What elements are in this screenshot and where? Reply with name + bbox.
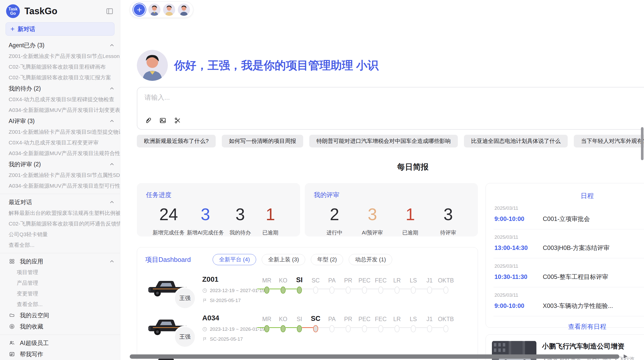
flag-icon — [202, 298, 207, 303]
stat-label: 已逾期 — [256, 229, 284, 236]
sidebar-section-header[interactable]: 最近对话 — [0, 197, 120, 208]
milestone-label: J1 — [421, 313, 438, 324]
scroll-right-arrow[interactable] — [624, 354, 627, 358]
project-row[interactable]: 王强Z0012023-12-19 ~ 2027-01-19SI-2025-05-… — [145, 275, 470, 304]
collapse-sidebar-icon[interactable] — [105, 7, 114, 16]
schedule-name: C003|H0B-方案冻结评审 — [543, 244, 644, 252]
stat: 2进行中 — [320, 205, 348, 236]
sidebar-item-star[interactable]: 我的收藏 — [0, 321, 120, 332]
sidebar-recent-item[interactable]: 公司Q3轻卡销量 — [0, 229, 120, 240]
schedule-item-row: 9:00-10:00C001-立项审批会加入 — [494, 215, 644, 223]
sidebar-app-item[interactable]: 项目管理 — [0, 267, 120, 278]
sidebar-chat-item[interactable]: Z001-全新燃油轻卡产品开发项目SI节点属性5D文件评审 — [0, 170, 120, 181]
sidebar-item-cloud-space[interactable]: 我的云空间 — [0, 310, 120, 321]
suggestion-chip[interactable]: 特朗普可能对进口汽车增税会对中国车企造成哪些影响 — [309, 135, 458, 147]
stat-value: 24 — [153, 205, 185, 223]
view-all-schedule-link[interactable]: 查看所有日程 — [493, 322, 644, 331]
chat-input[interactable] — [144, 93, 644, 110]
horizontal-scrollbar[interactable] — [130, 354, 619, 359]
milestone-node — [264, 287, 269, 294]
sidebar-chat-item[interactable]: A034-全新新能源MUV产品开发项目法规符合性评审 — [0, 148, 120, 159]
conversation-avatar-3[interactable] — [178, 4, 190, 16]
schedule-date: 2025/03/11 — [494, 205, 644, 211]
suggestion-chips: 欧洲新规最近颁布了什么?如何写一份清晰的项目周报特朗普可能对进口汽车增税会对中国… — [137, 135, 644, 147]
new-chat-button[interactable]: + 新对话 — [6, 22, 114, 36]
project-code: A034 — [202, 314, 259, 322]
owner-badge: 王强 — [174, 326, 196, 348]
sidebar-recent: 最近对话解释最新出台的欧盟报废车法规再生塑料比例被调至15%...C02-飞腾新… — [0, 197, 120, 250]
milestone-node — [281, 287, 286, 294]
stat: 1已逾期 — [256, 205, 284, 236]
attachment-icon[interactable] — [144, 116, 152, 125]
conversation-avatar-2[interactable] — [163, 4, 175, 16]
dashboard-filter-chip[interactable]: 全新上装 (3) — [262, 254, 305, 265]
sidebar-chat-item[interactable]: A034-全新新能源MUV产品开发项目计划变更表编写 — [0, 105, 120, 115]
stat: 3待评审 — [434, 205, 462, 236]
milestone-node — [362, 325, 367, 332]
news-title: 小鹏飞行汽车制造公司增资 — [542, 342, 635, 351]
app-title: TaskGo — [24, 6, 105, 17]
stats-card-title: 我的评审 — [314, 191, 469, 199]
section-title: 我的评审 (2) — [9, 160, 109, 168]
image-upload-icon[interactable] — [159, 116, 167, 125]
suggestion-chip[interactable]: 比亚迪全固态电池计划具体说了什么 — [464, 135, 568, 147]
dashboard-filter-chip[interactable]: 年型 (2) — [311, 254, 343, 265]
project-dashboard-card: 项目Dashboard 全新平台 (4)全新上装 (3)年型 (2)动总开发 (… — [137, 247, 478, 360]
sidebar-chat-item[interactable]: Z001-全新燃油轻卡产品开发项目SI造型提交物评审 — [0, 127, 120, 137]
sidebar-chat-item[interactable]: C02-飞腾新能源轻客改款项目立项汇报方案 — [0, 72, 120, 83]
sidebar-section-header[interactable]: AI评审 (3) — [0, 115, 120, 127]
milestone-node — [427, 287, 432, 294]
stats-card-title: 任务进度 — [146, 191, 291, 199]
suggestion-chip[interactable]: 如何写一份清晰的项目周报 — [222, 135, 303, 147]
sidebar-item-my-apps[interactable]: 我的应用 — [0, 256, 120, 267]
milestone-label: PA — [324, 274, 340, 285]
stat: 24新增完成任务 — [153, 205, 185, 236]
suggestion-chip[interactable]: 当下年轻人对汽车外观有怎样的喜好趋势 — [574, 135, 644, 147]
sidebar-section-header[interactable]: 我的待办 (2) — [0, 83, 120, 94]
chevron-up-icon — [109, 259, 114, 264]
scissors-icon[interactable] — [173, 116, 182, 125]
project-row[interactable]: 王强A0342023-12-19 ~ 2026-01-19SC-2025-05-… — [145, 314, 470, 342]
milestone-connector — [351, 289, 362, 289]
sidebar-recent-item[interactable]: 查看全部... — [0, 240, 120, 250]
dashboard-filter-chip[interactable]: 全新平台 (4) — [213, 254, 256, 265]
conversation-avatar-1[interactable] — [148, 4, 160, 16]
milestone-label: PEC — [356, 274, 373, 285]
sidebar-chat-item[interactable]: C0X4-动力总成开发项目工程变更评审 — [0, 137, 120, 148]
chevron-up-icon — [109, 118, 114, 124]
section-title: 最近对话 — [9, 198, 109, 206]
milestone-connector — [383, 327, 394, 328]
milestone-node — [394, 287, 400, 294]
add-conversation-button[interactable]: + — [133, 3, 146, 16]
sidebar-chat-item[interactable]: Z001-全新燃油皮卡产品开发项目SI节点Lesson Learn报告 — [0, 51, 120, 62]
milestone-connector — [416, 327, 427, 328]
suggestion-chip[interactable]: 欧洲新规最近颁布了什么? — [137, 135, 216, 147]
sidebar-app-item[interactable]: 查看全部... — [0, 299, 120, 310]
sidebar-tool-write[interactable]: 帮我写作 — [0, 349, 120, 360]
sidebar-tool-people[interactable]: AI超级员工 — [0, 337, 120, 349]
sidebar-recent-item[interactable]: 解释最新出台的欧盟报废车法规再生塑料比例被调至15%... — [0, 208, 120, 218]
sidebar-recent-item[interactable]: C02-飞腾新能源轻客改款项目的闭环通告反馈情况 — [0, 218, 120, 229]
milestone-node — [411, 325, 416, 332]
sidebar-chat-item[interactable]: C02-飞腾新能源轻客改款项目里程碑画布 — [0, 62, 120, 72]
sidebar-chat-item[interactable]: A034-全新新能源MUV产品开发项目造型可行性评审 — [0, 181, 120, 191]
vertical-scrollbar[interactable] — [641, 127, 643, 160]
logo-text-bottom: Go — [10, 11, 16, 16]
sidebar-chat-item[interactable]: C0X4-动力总成开发项目SI里程碑提交物检查 — [0, 94, 120, 105]
people-icon — [9, 340, 15, 346]
milestone-node — [297, 287, 302, 294]
sidebar-app-item[interactable]: 变更管理 — [0, 288, 120, 299]
composer-toolbar — [144, 116, 644, 125]
milestone-connector — [269, 289, 281, 289]
stats-card: 我的评审2进行中3AI预评审1已逾期3待评审 — [305, 183, 478, 236]
section-title: 我的待办 (2) — [9, 85, 109, 93]
sidebar-app-item[interactable]: 产品管理 — [0, 278, 120, 288]
milestone-node — [443, 287, 448, 294]
stat-value: 3 — [187, 205, 224, 223]
milestone-label: J1 — [421, 274, 438, 285]
dashboard-filter-chip[interactable]: 动总开发 (1) — [349, 254, 392, 265]
dashboard-filters: 全新平台 (4)全新上装 (3)年型 (2)动总开发 (1) — [213, 254, 392, 265]
sidebar-section-header[interactable]: Agent已办 (3) — [0, 40, 120, 51]
assistant-avatar — [137, 50, 168, 81]
sidebar-section-header[interactable]: 我的评审 (2) — [0, 159, 120, 170]
